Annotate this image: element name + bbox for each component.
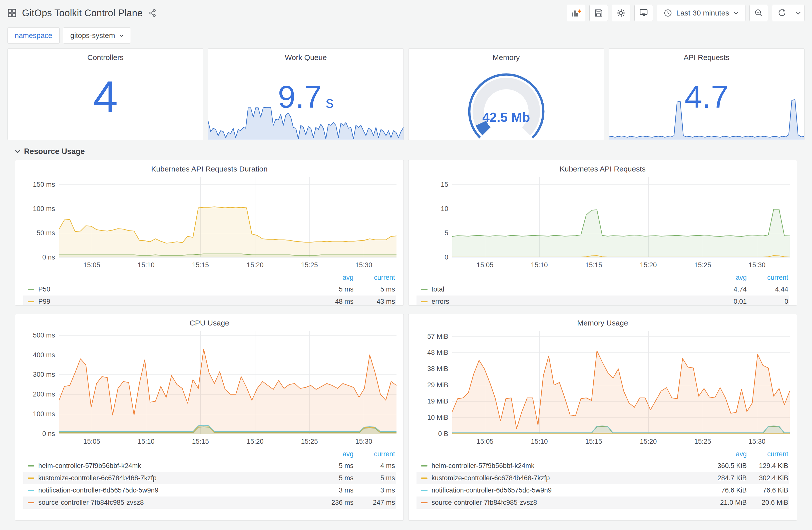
chevron-down-icon: [733, 11, 739, 15]
legend-header: avgcurrent: [417, 272, 789, 283]
legend-current-value: 5 ms: [353, 285, 396, 293]
legend-series-dash: [28, 477, 34, 479]
plot-area[interactable]: [59, 331, 396, 434]
cycle-view-button[interactable]: [634, 5, 653, 21]
save-dashboard-button[interactable]: [589, 5, 608, 21]
legend-row[interactable]: P9948 ms43 ms: [23, 295, 396, 306]
legend-col-current[interactable]: current: [747, 450, 789, 458]
legend-row[interactable]: source-controller-7fb84fc985-zvsz8236 ms…: [23, 497, 396, 509]
legend-col-current[interactable]: current: [747, 274, 789, 281]
panel-title[interactable]: Controllers: [8, 49, 203, 63]
panel-title[interactable]: Kubernetes API Requests: [408, 160, 797, 175]
legend-col-avg[interactable]: avg: [314, 274, 353, 281]
panel-title[interactable]: Memory: [408, 49, 604, 63]
x-tick-label: 15:10: [137, 438, 155, 445]
variable-label-namespace: namespace: [8, 28, 60, 44]
legend-row[interactable]: notification-controller-6d56575dc-5w9n93…: [23, 484, 396, 497]
legend: avgcurrenttotal4.744.44errors0.010: [417, 272, 789, 306]
time-range-picker[interactable]: Last 30 minutes: [657, 5, 745, 21]
y-tick-label: 0 ns: [42, 430, 55, 438]
y-tick-label: 0 B: [438, 430, 448, 438]
legend-series-dash: [28, 289, 34, 290]
legend-avg-value: 76.6 KiB: [707, 486, 747, 494]
refresh-button[interactable]: [772, 5, 792, 21]
legend-series-dash: [421, 490, 427, 491]
x-tick-label: 15:15: [192, 261, 209, 269]
panel-title[interactable]: API Requests: [609, 49, 804, 63]
x-tick-label: 15:20: [247, 261, 264, 269]
panel-title[interactable]: Memory Usage: [408, 314, 797, 329]
legend-row[interactable]: P505 ms5 ms: [23, 283, 396, 295]
memory-gauge-value: 42.5 Mb: [408, 110, 604, 125]
clock-icon: [664, 9, 672, 17]
panel-title[interactable]: Kubernetes API Requests Duration: [15, 160, 404, 175]
legend-current-value: 20.6 MiB: [747, 499, 789, 506]
series-area: [452, 209, 790, 257]
legend-col-avg[interactable]: avg: [707, 450, 747, 458]
legend-series-name[interactable]: errors: [432, 298, 707, 306]
legend-avg-value: 5 ms: [314, 474, 353, 482]
legend-series-name[interactable]: notification-controller-6d56575dc-5w9n9: [38, 486, 314, 494]
panel-title[interactable]: CPU Usage: [15, 314, 404, 329]
chevron-down-icon: [796, 12, 801, 15]
apps-grid-icon[interactable]: [8, 9, 16, 17]
y-tick-label: 48 MiB: [427, 349, 448, 356]
plot-area[interactable]: [452, 331, 790, 434]
plot-area[interactable]: [452, 177, 790, 257]
legend-series-name[interactable]: notification-controller-6d56575dc-5w9n9: [432, 486, 707, 494]
legend-row[interactable]: source-controller-7fb84fc985-zvsz821.0 M…: [417, 497, 789, 509]
legend-series-name[interactable]: helm-controller-57f9b56bbf-k24mk: [432, 462, 707, 470]
settings-button[interactable]: [612, 5, 630, 21]
zoom-out-button[interactable]: [750, 5, 768, 21]
legend-series-name[interactable]: source-controller-7fb84fc985-zvsz8: [432, 499, 707, 506]
y-tick-label: 10 MiB: [427, 414, 448, 422]
legend-col-avg[interactable]: avg: [314, 450, 353, 458]
legend-current-value: 5 ms: [353, 474, 396, 482]
y-tick-label: 29 MiB: [427, 381, 448, 389]
legend-series-name[interactable]: source-controller-7fb84fc985-zvsz8: [38, 499, 314, 506]
section-resource-usage[interactable]: Resource Usage: [8, 140, 804, 160]
time-range-label: Last 30 minutes: [676, 9, 729, 17]
legend-series-name[interactable]: kustomize-controller-6c6784b468-7kzfp: [38, 474, 314, 482]
y-tick-label: 15: [441, 181, 448, 189]
y-tick-label: 300 ms: [33, 371, 55, 379]
legend-series-name[interactable]: helm-controller-57f9b56bbf-k24mk: [38, 462, 314, 470]
panel-work-queue: Work Queue 9.7s: [208, 48, 404, 140]
legend-current-value: 76.6 KiB: [747, 486, 789, 494]
legend-series-dash: [28, 301, 34, 302]
legend-col-current[interactable]: current: [353, 274, 396, 281]
plot-area[interactable]: [59, 177, 396, 257]
legend-row[interactable]: total4.744.44: [417, 283, 789, 295]
legend-avg-value: 3 ms: [314, 486, 353, 494]
panel-title[interactable]: Work Queue: [208, 49, 404, 63]
y-tick-label: 400 ms: [33, 351, 55, 359]
x-tick-label: 15:05: [477, 438, 494, 445]
y-tick-label: 200 ms: [33, 391, 55, 398]
legend-row[interactable]: errors0.010: [417, 295, 789, 306]
y-tick-label: 150 ms: [33, 181, 55, 189]
legend-series-name[interactable]: kustomize-controller-6c6784b468-7kzfp: [432, 474, 707, 482]
legend-row[interactable]: kustomize-controller-6c6784b468-7kzfp5 m…: [23, 472, 396, 484]
legend-series-name[interactable]: P99: [38, 298, 314, 306]
legend-row[interactable]: kustomize-controller-6c6784b468-7kzfp284…: [417, 472, 789, 484]
legend-series-name[interactable]: total: [432, 285, 707, 293]
legend-col-avg[interactable]: avg: [707, 274, 747, 281]
legend-header: avgcurrent: [23, 448, 396, 460]
legend-series-dash: [421, 301, 427, 302]
legend-series-name[interactable]: P50: [38, 285, 314, 293]
legend-row[interactable]: notification-controller-6d56575dc-5w9n97…: [417, 484, 789, 497]
panel-memory-gauge: Memory 42.5 Mb: [408, 48, 604, 140]
legend-current-value: 129.4 KiB: [747, 462, 789, 470]
chevron-down-icon: [119, 34, 124, 37]
legend-row[interactable]: helm-controller-57f9b56bbf-k24mk360.5 Ki…: [417, 460, 789, 472]
add-panel-button[interactable]: [567, 5, 585, 21]
share-icon[interactable]: [148, 9, 157, 17]
legend-header: avgcurrent: [417, 448, 789, 460]
legend-col-current[interactable]: current: [353, 450, 396, 458]
x-tick-label: 15:10: [137, 261, 155, 269]
refresh-interval-dropdown[interactable]: [792, 5, 804, 21]
legend-row[interactable]: helm-controller-57f9b56bbf-k24mk5 ms4 ms: [23, 460, 396, 472]
variable-value-dropdown[interactable]: gitops-system: [63, 28, 131, 44]
page-title: GitOps Toolkit Control Plane: [22, 8, 143, 18]
legend-avg-value: 360.5 KiB: [707, 462, 747, 470]
